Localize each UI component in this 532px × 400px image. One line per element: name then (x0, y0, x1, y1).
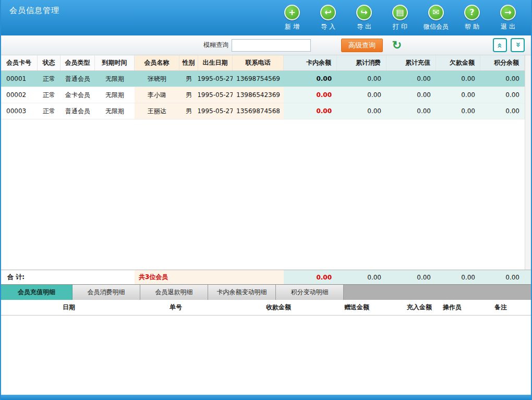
table-cell: 男 (179, 71, 198, 87)
table-cell: 0.00 (480, 71, 525, 87)
import-icon: ↩ (320, 5, 336, 20)
column-header: 累计消费 (337, 55, 386, 70)
table-cell: 金卡会员 (61, 87, 95, 103)
detail-column-header: 赠送金额 (293, 300, 371, 315)
table-cell: 0.00 (386, 87, 436, 103)
export-button[interactable]: ↪ 导 出 (350, 5, 378, 31)
add-label: 新 增 (285, 22, 299, 31)
print-button[interactable]: ▤ 打 印 (386, 5, 414, 31)
table-cell: 13569874568 (233, 103, 284, 119)
column-header: 会员类型 (61, 55, 95, 70)
column-header: 到期时间 (95, 55, 135, 70)
column-header: 累计充值 (386, 55, 436, 70)
table-cell: 李小璐 (135, 87, 179, 103)
tab-points-change-detail[interactable]: 积分变动明细 (276, 285, 344, 300)
scroll-up-button[interactable]: « (493, 38, 507, 52)
table-cell: 00001 (1, 71, 38, 87)
column-header: 欠款金额 (436, 55, 480, 70)
table-cell: 0.00 (480, 103, 525, 119)
table-cell: 00003 (1, 103, 38, 119)
import-button[interactable]: ↩ 导 入 (315, 5, 342, 31)
tab-recharge-detail[interactable]: 会员充值明细 (1, 285, 72, 300)
summary-arrears: 0.00 (436, 270, 480, 284)
exit-button[interactable]: → 退 出 (494, 5, 522, 31)
add-button[interactable]: + 新 增 (279, 5, 306, 31)
table-cell: 0.00 (386, 71, 436, 87)
wechat-member-label: 微信会员 (424, 22, 449, 31)
column-header: 会员卡号 (1, 55, 38, 70)
export-label: 导 出 (357, 22, 371, 31)
wechat-member-button[interactable]: ✉ 微信会员 (422, 5, 450, 31)
column-header: 卡内余额 (284, 55, 337, 70)
table-cell: 13698754569 (233, 71, 284, 87)
table-cell: 0.00 (436, 71, 480, 87)
table-cell: 王丽达 (135, 103, 179, 119)
print-label: 打 印 (393, 22, 407, 31)
table-cell: 无限期 (95, 71, 135, 87)
table-cell: 1995-05-27 (198, 103, 233, 119)
table-cell: 0.00 (386, 103, 436, 119)
help-icon: ? (464, 5, 480, 20)
table-cell: 1995-05-27 (198, 87, 233, 103)
refresh-button[interactable]: ↻ (390, 39, 404, 52)
tab-balance-change-detail[interactable]: 卡内余额变动明细 (208, 285, 276, 300)
table-cell: 0.00 (337, 71, 386, 87)
summary-points: 0.00 (480, 270, 525, 284)
detail-column-header: 操作员 (434, 300, 470, 315)
column-header: 性别 (179, 55, 198, 70)
detail-column-header: 充入金额 (371, 300, 434, 315)
summary-recharge: 0.00 (386, 270, 436, 284)
table-cell: 13986542369 (233, 87, 284, 103)
column-header: 会员名称 (135, 55, 179, 70)
tab-consumption-detail[interactable]: 会员消费明细 (72, 285, 140, 300)
tab-refund-detail[interactable]: 会员退款明细 (140, 285, 208, 300)
member-count: 共3位会员 (135, 270, 284, 284)
table-cell: 普通会员 (61, 103, 95, 119)
table-cell: 正常 (38, 103, 61, 119)
help-button[interactable]: ? 帮 助 (458, 5, 486, 31)
summary-balance: 0.00 (284, 270, 337, 284)
table-row[interactable]: 00002正常金卡会员无限期李小璐男1995-05-27139865423690… (1, 87, 525, 103)
column-header: 状态 (38, 55, 61, 70)
search-bar: 模糊查询 高级查询 ↻ « « (1, 35, 531, 55)
table-cell: 男 (179, 87, 198, 103)
summary-row: 合 计: 共3位会员 0.00 0.00 0.00 0.00 0.00 (1, 270, 531, 284)
summary-consumption: 0.00 (337, 270, 386, 284)
column-header: 联系电话 (233, 55, 284, 70)
table-cell: 00002 (1, 87, 38, 103)
vertical-scrollbar[interactable] (525, 55, 531, 270)
import-label: 导 入 (321, 22, 335, 31)
exit-label: 退 出 (501, 22, 515, 31)
fuzzy-search-label: 模糊查询 (203, 41, 228, 50)
table-row[interactable]: 00003正常普通会员无限期王丽达男1995-05-27135698745680… (1, 103, 525, 119)
table-row[interactable]: 00001正常普通会员无限期张晓明男1995-05-27136987545690… (1, 71, 525, 87)
app-window: 会员信息管理 + 新 增 ↩ 导 入 ↪ 导 出 ▤ 打 印 ✉ 微信会员 (0, 0, 532, 400)
status-bar (1, 395, 531, 400)
toolbar: + 新 增 ↩ 导 入 ↪ 导 出 ▤ 打 印 ✉ 微信会员 ? 帮 助 (279, 0, 531, 35)
table-cell: 0.00 (284, 71, 337, 87)
table-cell: 0.00 (337, 103, 386, 119)
table-cell: 0.00 (337, 87, 386, 103)
add-icon: + (284, 5, 300, 20)
member-rows: 00001正常普通会员无限期张晓明男1995-05-27136987545690… (1, 71, 525, 119)
advanced-search-button[interactable]: 高级查询 (341, 39, 383, 52)
table-cell: 男 (179, 103, 198, 119)
member-grid: 会员卡号 状态 会员类型 到期时间 会员名称 性别 出生日期 联系电话 卡内余额… (1, 55, 531, 284)
wechat-icon: ✉ (428, 5, 444, 20)
table-cell: 普通会员 (61, 71, 95, 87)
search-input[interactable] (232, 39, 311, 52)
exit-icon: → (500, 5, 516, 20)
table-cell: 0.00 (436, 87, 480, 103)
scroll-down-button[interactable]: « (511, 38, 525, 52)
table-cell: 张晓明 (135, 71, 179, 87)
refresh-icon: ↻ (392, 39, 402, 52)
table-cell: 1995-05-27 (198, 71, 233, 87)
detail-table-body (1, 316, 531, 395)
title-bar: 会员信息管理 + 新 增 ↩ 导 入 ↪ 导 出 ▤ 打 印 ✉ 微信会员 (1, 0, 531, 35)
help-label: 帮 助 (465, 22, 479, 31)
pager: « « (493, 38, 525, 52)
table-cell: 0.00 (284, 87, 337, 103)
page-title: 会员信息管理 (1, 0, 59, 35)
detail-column-header: 日期 (1, 300, 137, 315)
detail-column-header: 收款金额 (215, 300, 293, 315)
